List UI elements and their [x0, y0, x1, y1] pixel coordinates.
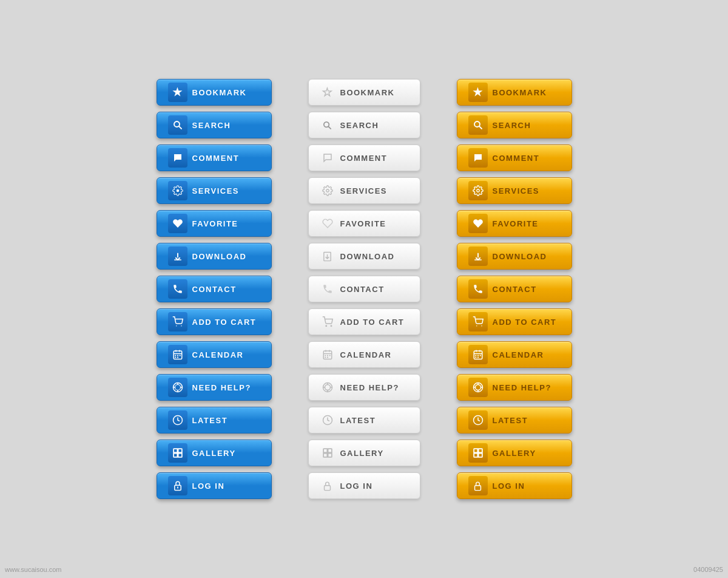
- yellow-login-button[interactable]: LOG IN: [457, 472, 572, 499]
- help-icon-w: [320, 379, 335, 395]
- white-cart-label: ADD TO CART: [340, 318, 405, 327]
- yellow-calendar-label: CALENDAR: [493, 350, 544, 359]
- white-search-button[interactable]: SEARCH: [308, 112, 420, 138]
- white-calendar-button[interactable]: CALENDAR: [308, 341, 420, 368]
- services-icon: [168, 181, 187, 200]
- svg-rect-25: [178, 454, 181, 457]
- yellow-bookmark-button[interactable]: ★ BOOKMARK: [457, 79, 572, 106]
- blue-contact-label: CONTACT: [192, 285, 237, 294]
- latest-icon-y: [468, 410, 488, 430]
- download-icon-y: [468, 246, 488, 266]
- white-comment-button[interactable]: COMMENT: [308, 144, 420, 171]
- favorite-icon-y: [468, 214, 488, 233]
- white-services-button[interactable]: SERVICES: [308, 177, 420, 204]
- svg-line-56: [479, 126, 481, 129]
- blue-gallery-label: GALLERY: [192, 449, 236, 458]
- blue-help-button[interactable]: NEED HELP?: [157, 374, 272, 401]
- blue-contact-button[interactable]: CONTACT: [157, 276, 272, 302]
- yellow-search-label: SEARCH: [493, 121, 531, 130]
- white-latest-button[interactable]: LATEST: [308, 407, 420, 433]
- svg-rect-79: [474, 454, 477, 457]
- column-white: ☆ BOOKMARK SEARCH COMMENT SERVICES: [308, 79, 420, 499]
- white-contact-button[interactable]: CONTACT: [308, 276, 420, 302]
- svg-rect-54: [325, 485, 331, 490]
- blue-favorite-button[interactable]: FAVORITE: [157, 210, 272, 237]
- search-icon-w: [320, 117, 335, 133]
- white-gallery-button[interactable]: GALLERY: [308, 440, 420, 466]
- blue-login-button[interactable]: LOG IN: [157, 472, 272, 499]
- blue-download-button[interactable]: DOWNLOAD: [157, 243, 272, 270]
- white-contact-label: CONTACT: [340, 285, 385, 294]
- latest-icon: [168, 410, 187, 430]
- login-icon: [168, 476, 187, 495]
- blue-cart-button[interactable]: ADD TO CART: [157, 308, 272, 335]
- yellow-latest-button[interactable]: LATEST: [457, 407, 572, 433]
- help-icon-y: [468, 378, 488, 397]
- calendar-icon: [168, 345, 187, 364]
- blue-services-button[interactable]: SERVICES: [157, 177, 272, 204]
- white-latest-label: LATEST: [340, 416, 376, 425]
- yellow-services-button[interactable]: SERVICES: [457, 177, 572, 204]
- services-icon-w: [320, 183, 335, 199]
- white-favorite-label: FAVORITE: [340, 219, 386, 228]
- comment-icon-y: [468, 148, 488, 168]
- white-download-button[interactable]: DOWNLOAD: [308, 243, 420, 270]
- column-blue: ★ BOOKMARK SEARCH COMMENT SERVICES: [157, 79, 272, 499]
- svg-point-59: [481, 325, 482, 327]
- button-grid: ★ BOOKMARK SEARCH COMMENT SERVICES: [132, 55, 596, 523]
- blue-calendar-label: CALENDAR: [192, 350, 244, 359]
- white-login-button[interactable]: LOG IN: [308, 472, 420, 499]
- blue-help-label: NEED HELP?: [192, 383, 251, 392]
- yellow-gallery-button[interactable]: GALLERY: [457, 440, 572, 466]
- svg-point-15: [175, 385, 180, 390]
- login-icon-y: [468, 476, 488, 495]
- column-yellow: ★ BOOKMARK SEARCH COMMENT SERVICES: [457, 79, 572, 499]
- blue-gallery-button[interactable]: GALLERY: [157, 440, 272, 466]
- yellow-cart-button[interactable]: ADD TO CART: [457, 308, 572, 335]
- yellow-favorite-label: FAVORITE: [493, 219, 539, 228]
- cart-icon: [168, 312, 187, 332]
- login-icon-w: [320, 478, 335, 494]
- svg-rect-53: [328, 454, 331, 457]
- yellow-search-button[interactable]: SEARCH: [457, 112, 572, 138]
- yellow-download-button[interactable]: DOWNLOAD: [457, 243, 572, 270]
- latest-icon-w: [320, 412, 335, 428]
- comment-icon: [168, 148, 187, 168]
- yellow-services-label: SERVICES: [493, 186, 540, 195]
- yellow-help-button[interactable]: NEED HELP?: [457, 374, 572, 401]
- white-favorite-button[interactable]: FAVORITE: [308, 210, 420, 237]
- services-icon-y: [468, 181, 488, 200]
- white-help-button[interactable]: NEED HELP?: [308, 374, 420, 401]
- white-comment-label: COMMENT: [340, 154, 388, 163]
- yellow-cart-label: ADD TO CART: [493, 318, 557, 327]
- blue-login-label: LOG IN: [192, 481, 225, 491]
- yellow-comment-button[interactable]: COMMENT: [457, 144, 572, 171]
- contact-icon: [168, 279, 187, 299]
- svg-rect-22: [174, 449, 177, 452]
- blue-search-button[interactable]: SEARCH: [157, 112, 272, 138]
- svg-rect-52: [323, 454, 327, 457]
- svg-rect-2: [174, 259, 181, 260]
- blue-calendar-button[interactable]: CALENDAR: [157, 341, 272, 368]
- blue-latest-button[interactable]: LATEST: [157, 407, 272, 433]
- svg-point-32: [331, 325, 332, 327]
- yellow-contact-button[interactable]: CONTACT: [457, 276, 572, 302]
- blue-bookmark-button[interactable]: ★ BOOKMARK: [157, 79, 272, 106]
- white-search-label: SEARCH: [340, 121, 379, 130]
- svg-rect-50: [323, 449, 327, 452]
- contact-icon-y: [468, 279, 488, 299]
- yellow-comment-label: COMMENT: [493, 154, 540, 163]
- white-help-label: NEED HELP?: [340, 383, 399, 392]
- white-cart-button[interactable]: ADD TO CART: [308, 308, 420, 335]
- yellow-favorite-button[interactable]: FAVORITE: [457, 210, 572, 237]
- gallery-icon: [168, 443, 187, 463]
- svg-point-58: [476, 325, 477, 327]
- svg-rect-80: [478, 454, 482, 457]
- svg-point-3: [176, 325, 177, 327]
- yellow-calendar-button[interactable]: CALENDAR: [457, 341, 572, 368]
- blue-comment-button[interactable]: COMMENT: [157, 144, 272, 171]
- download-icon: [168, 246, 187, 266]
- cart-icon-y: [468, 312, 488, 332]
- svg-point-27: [177, 487, 178, 488]
- white-bookmark-button[interactable]: ☆ BOOKMARK: [308, 79, 420, 106]
